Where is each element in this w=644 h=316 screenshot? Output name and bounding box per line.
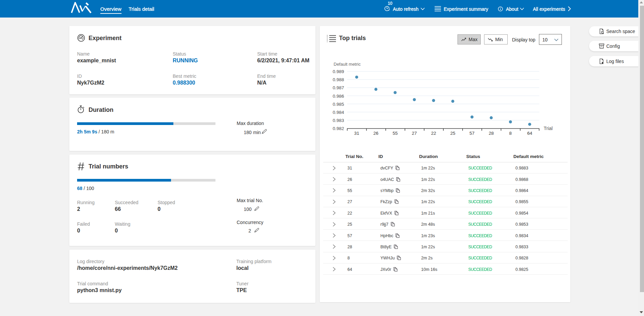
svg-text:Default metric: Default metric [334, 62, 361, 67]
svg-text:64: 64 [527, 131, 533, 136]
svg-text:0.985: 0.985 [333, 102, 344, 107]
svg-text:Trial: Trial [544, 126, 553, 131]
svg-text:0.986: 0.986 [333, 94, 344, 99]
svg-text:8: 8 [509, 131, 512, 136]
svg-text:31: 31 [354, 131, 359, 136]
svg-text:0.984: 0.984 [333, 110, 344, 115]
svg-text:0.987: 0.987 [333, 85, 344, 90]
svg-text:0.983: 0.983 [333, 118, 344, 123]
svg-text:0.988: 0.988 [333, 77, 344, 82]
svg-text:57: 57 [470, 131, 475, 136]
svg-text:25: 25 [450, 131, 455, 136]
svg-text:26: 26 [373, 131, 378, 136]
svg-text:0.989: 0.989 [333, 69, 344, 74]
svg-text:22: 22 [431, 131, 436, 136]
svg-text:0.982: 0.982 [333, 126, 344, 131]
svg-text:55: 55 [393, 131, 398, 136]
svg-text:27: 27 [412, 131, 417, 136]
svg-text:28: 28 [489, 131, 494, 136]
